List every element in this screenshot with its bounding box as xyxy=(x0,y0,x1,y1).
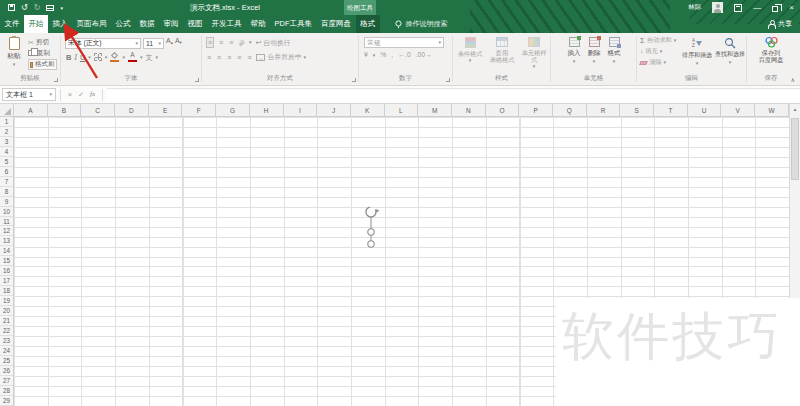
delete-cells-button[interactable]: 删除 ▾ xyxy=(588,37,601,75)
conditional-formatting-button[interactable]: 条件格式 ▾ xyxy=(456,37,484,75)
row-header-10[interactable]: 10 xyxy=(0,207,13,217)
restore-button[interactable] xyxy=(772,6,778,12)
column-header-V[interactable]: V xyxy=(721,104,755,117)
column-header-C[interactable]: C xyxy=(81,104,115,117)
find-select-button[interactable]: 查找和选择 ▾ xyxy=(715,36,745,75)
tab-数据[interactable]: 数据 xyxy=(135,15,159,33)
sort-filter-button[interactable]: AZ 排序和筛选 ▾ xyxy=(682,36,712,75)
column-header-M[interactable]: M xyxy=(418,104,452,117)
comma-style-icon[interactable]: , xyxy=(391,52,393,59)
number-format-combo[interactable]: 常规 ▾ xyxy=(364,37,444,48)
autosum-button[interactable]: Σ自动求和▾ xyxy=(640,36,679,45)
minimize-button[interactable]: — xyxy=(753,4,761,12)
column-header-K[interactable]: K xyxy=(351,104,385,117)
row-header-11[interactable]: 11 xyxy=(0,217,13,227)
row-header-14[interactable]: 14 xyxy=(0,246,13,256)
row-header-21[interactable]: 21 xyxy=(0,316,13,326)
column-header-W[interactable]: W xyxy=(755,104,789,117)
font-color-button[interactable]: A xyxy=(128,52,137,62)
row-header-16[interactable]: 16 xyxy=(0,266,13,276)
bottom-align-button[interactable]: ≡ xyxy=(228,38,234,47)
column-header-U[interactable]: U xyxy=(688,104,722,117)
insert-function-icon[interactable]: fx xyxy=(90,91,95,98)
undo-icon[interactable]: ↺ xyxy=(21,4,28,12)
row-header-2[interactable]: 2 xyxy=(0,127,13,137)
font-dialog-launcher-icon[interactable] xyxy=(195,78,199,82)
row-header-23[interactable]: 23 xyxy=(0,336,13,346)
tab-format-contextual[interactable]: 格式 xyxy=(356,15,380,33)
row-header-6[interactable]: 6 xyxy=(0,167,13,177)
column-header-D[interactable]: D xyxy=(115,104,149,117)
row-header-7[interactable]: 7 xyxy=(0,177,13,187)
scrollbar-thumb[interactable] xyxy=(791,118,799,180)
orientation-icon[interactable]: ab xyxy=(237,38,246,47)
increase-decimal-icon[interactable]: ←.0 xyxy=(398,52,410,59)
row-header-17[interactable]: 17 xyxy=(0,276,13,286)
align-center-button[interactable]: ≡ xyxy=(216,53,222,62)
column-header-Q[interactable]: Q xyxy=(553,104,587,117)
font-size-combo[interactable]: 11 ▾ xyxy=(143,38,164,49)
grow-font-button[interactable]: A▴ xyxy=(166,37,173,49)
enter-check-icon[interactable]: ✓ xyxy=(78,91,84,98)
name-box-dropdown-icon[interactable]: ▾ xyxy=(49,92,52,97)
column-header-H[interactable]: H xyxy=(250,104,284,117)
font-color-dropdown-icon[interactable]: ▾ xyxy=(140,55,143,60)
paste-dropdown-icon[interactable]: ▾ xyxy=(13,62,16,67)
row-header-3[interactable]: 3 xyxy=(0,137,13,147)
row-header-1[interactable]: 1 xyxy=(0,117,13,127)
column-header-B[interactable]: B xyxy=(48,104,82,117)
column-header-J[interactable]: J xyxy=(317,104,351,117)
column-header-F[interactable]: F xyxy=(182,104,216,117)
column-header-T[interactable]: T xyxy=(654,104,688,117)
close-button[interactable]: × xyxy=(789,4,794,12)
row-header-20[interactable]: 20 xyxy=(0,306,13,316)
align-right-button[interactable]: ≡ xyxy=(226,53,232,62)
row-header-9[interactable]: 9 xyxy=(0,197,13,207)
align-left-button[interactable]: ≡ xyxy=(206,53,212,62)
tab-审阅[interactable]: 审阅 xyxy=(159,15,183,33)
wrap-text-button[interactable]: ↩自动换行 xyxy=(255,38,290,48)
row-header-4[interactable]: 4 xyxy=(0,147,13,157)
tab-开始[interactable]: 开始 xyxy=(24,15,48,33)
clear-button[interactable]: 清除▾ xyxy=(640,58,679,67)
user-name[interactable]: 林际 xyxy=(688,3,701,12)
decrease-decimal-icon[interactable]: .00→ xyxy=(416,52,432,59)
phonetic-guide-icon[interactable]: 文 xyxy=(145,54,152,61)
column-header-G[interactable]: G xyxy=(216,104,250,117)
paste-button[interactable]: 粘贴 ▾ xyxy=(3,36,25,75)
row-header-25[interactable]: 25 xyxy=(0,356,13,366)
cell-styles-button[interactable]: 单元格样式 ▾ xyxy=(520,37,548,75)
cancel-icon[interactable]: × xyxy=(68,91,72,98)
insert-cells-button[interactable]: 插入 ▾ xyxy=(568,37,581,75)
orientation-dropdown-icon[interactable]: ▾ xyxy=(249,40,252,45)
tab-开发工具[interactable]: 开发工具 xyxy=(207,15,246,33)
column-header-N[interactable]: N xyxy=(452,104,486,117)
row-header-22[interactable]: 22 xyxy=(0,326,13,336)
redo-icon[interactable]: ↻ xyxy=(34,4,41,12)
formula-input[interactable] xyxy=(107,88,800,101)
share-button[interactable]: 共享 xyxy=(767,15,792,33)
select-all-button[interactable] xyxy=(0,104,14,117)
shrink-font-button[interactable]: A▾ xyxy=(175,37,182,49)
alignment-dialog-launcher-icon[interactable] xyxy=(352,78,356,82)
fill-color-button[interactable] xyxy=(110,52,119,62)
row-header-13[interactable]: 13 xyxy=(0,236,13,246)
row-header-19[interactable]: 19 xyxy=(0,296,13,306)
column-header-A[interactable]: A xyxy=(14,104,48,117)
tab-文件[interactable]: 文件 xyxy=(0,15,24,33)
accounting-format-icon[interactable]: ¥ xyxy=(364,52,368,59)
name-box[interactable]: 文本框 1 ▾ xyxy=(2,88,56,101)
column-header-O[interactable]: O xyxy=(486,104,520,117)
column-header-S[interactable]: S xyxy=(620,104,654,117)
decrease-indent-button[interactable]: ≡ xyxy=(236,53,242,62)
format-as-table-button[interactable]: 套用表格格式 xyxy=(488,37,516,75)
increase-indent-button[interactable]: ≡ xyxy=(246,53,252,62)
textbox-selection-handles[interactable] xyxy=(354,200,388,256)
row-header-8[interactable]: 8 xyxy=(0,187,13,197)
row-header-12[interactable]: 12 xyxy=(0,226,13,236)
row-header-27[interactable]: 27 xyxy=(0,376,13,386)
merge-center-button[interactable]: ↔合并后居中▾ xyxy=(256,52,306,62)
tab-公式[interactable]: 公式 xyxy=(111,15,135,33)
row-header-24[interactable]: 24 xyxy=(0,346,13,356)
row-header-15[interactable]: 15 xyxy=(0,256,13,266)
